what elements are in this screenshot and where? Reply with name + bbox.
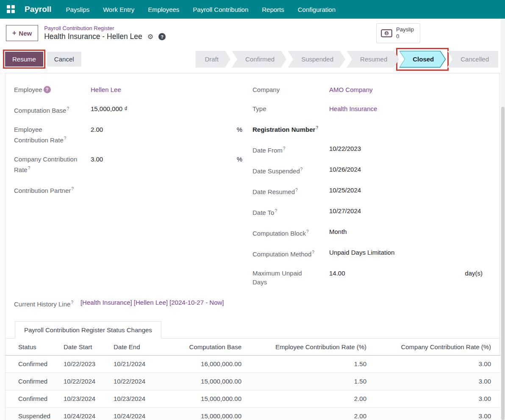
help-sup-company-contribution-rate: ?: [28, 166, 31, 170]
field-label-company-contribution-rate: Company Contribution Rate?: [14, 155, 91, 174]
status-step-closed[interactable]: Closed: [399, 51, 446, 68]
cell-status: Confirmed: [6, 390, 60, 407]
field-label-current-history-line: Current History Line?: [14, 298, 73, 309]
help-sup-employee-contribution-rate: ?: [64, 136, 67, 141]
status-step-label: Cancelled: [461, 56, 489, 63]
field-label-computation-method: Computation Method?: [252, 248, 329, 259]
scrollbar-thumb[interactable]: [501, 107, 505, 420]
status-changes-table: StatusDate StartDate EndComputation Base…: [6, 339, 500, 420]
field-value-date-to[interactable]: 10/27/2024: [329, 206, 483, 215]
breadcrumb[interactable]: Payroll Contribution Register: [44, 25, 166, 31]
cell-date-end: 10/22/2024: [110, 373, 178, 390]
field-value-date-suspended[interactable]: 10/26/2024: [329, 165, 483, 174]
payslip-stat-button[interactable]: 0 Payslip 0: [376, 23, 420, 43]
nav-menu-employees[interactable]: Employees: [148, 6, 179, 13]
field-date-resumed: Date Resumed?10/25/2024: [252, 186, 483, 196]
tab-status-changes[interactable]: Payroll Contribution Register Status Cha…: [15, 321, 161, 339]
table-row[interactable]: Confirmed10/22/202410/22/202415,000,000.…: [6, 373, 500, 390]
field-value-employee-contribution-rate[interactable]: 2.00: [91, 125, 233, 134]
field-value-type[interactable]: Health Insurance: [329, 104, 483, 113]
cell-employee-contribution-rate: 2.00: [245, 407, 370, 420]
status-step-label: Resumed: [360, 56, 387, 63]
field-company: CompanyAMO Company: [252, 85, 483, 94]
payslip-count: 0: [396, 33, 414, 40]
field-value-company-contribution-rate[interactable]: 3.00: [91, 155, 233, 164]
status-step-label: Confirmed: [245, 56, 275, 63]
field-value-maximum-unpaid-days[interactable]: 14.00: [329, 269, 461, 278]
help-sup-computation-block: ?: [306, 229, 309, 234]
cell-computation-base: 15,000,000.00: [178, 373, 245, 390]
status-pipeline: DraftConfirmedSuspendedResumedClosedCanc…: [195, 51, 498, 68]
help-badge-icon-employee[interactable]: ?: [44, 86, 51, 93]
field-label-computation-block: Computation Block?: [252, 227, 329, 238]
nav-menu-payslips[interactable]: Payslips: [66, 6, 89, 13]
resume-button[interactable]: Resume: [5, 52, 43, 67]
col-header-status[interactable]: Status: [6, 339, 60, 356]
cancel-button[interactable]: Cancel: [47, 52, 81, 67]
field-value-company[interactable]: AMO Company: [329, 85, 483, 94]
form-column-right: CompanyAMO CompanyTypeHealth InsuranceRe…: [252, 85, 491, 297]
field-current-history-line: Current History Line? [Health Insurance]…: [14, 298, 491, 309]
field-label-registration-number: Registration Number?: [252, 123, 329, 134]
col-header-employee-contribution-rate[interactable]: Employee Contribution Rate (%): [245, 339, 370, 356]
field-contribution-partner: Contribution Partner?: [14, 184, 242, 195]
status-step-draft[interactable]: Draft: [195, 51, 230, 68]
field-value-registration-number[interactable]: [329, 123, 483, 132]
gear-icon[interactable]: ⚙: [147, 33, 153, 40]
nav-menu-payroll-contribution[interactable]: Payroll Contribution: [193, 6, 248, 13]
col-header-company-contribution-rate[interactable]: Company Contribution Rate (%): [370, 339, 500, 356]
control-panel: + New Payroll Contribution Register Heal…: [0, 19, 505, 47]
cell-date-end: 10/24/2024: [110, 407, 178, 420]
nav-menu-reports[interactable]: Reports: [262, 6, 284, 13]
field-label-date-suspended: Date Suspended?: [252, 165, 329, 175]
field-value-computation-block[interactable]: Month: [329, 227, 483, 236]
field-employee-contribution-rate: Employee Contribution Rate?2.00%: [14, 125, 242, 145]
apps-grid-icon[interactable]: [7, 5, 15, 14]
col-header-date-end[interactable]: Date End: [110, 339, 178, 356]
table-row[interactable]: Confirmed10/23/202410/23/202415,000,000.…: [6, 390, 500, 407]
col-header-date-start[interactable]: Date Start: [60, 339, 110, 356]
new-button[interactable]: + New: [6, 25, 38, 41]
unit-employee-contribution-rate: %: [233, 125, 242, 134]
field-label-contribution-partner: Contribution Partner?: [14, 184, 91, 195]
svg-text:0: 0: [386, 31, 388, 35]
cell-status: Confirmed: [6, 373, 60, 390]
status-step-cancelled[interactable]: Cancelled: [447, 51, 498, 68]
field-label-computation-base: Computation Base?: [14, 104, 91, 115]
help-sup-contribution-partner: ?: [71, 186, 74, 191]
app-name[interactable]: Payroll: [25, 5, 51, 14]
page-title: Health Insurance - Hellen Lee: [44, 32, 142, 41]
field-label-date-resumed: Date Resumed?: [252, 186, 329, 196]
nav-menus: PayslipsWork EntryEmployeesPayroll Contr…: [66, 6, 336, 13]
table-row[interactable]: Suspended10/24/202410/24/202415,000,000.…: [6, 407, 500, 420]
cell-date-start: 10/22/2023: [60, 355, 110, 373]
cell-date-end: 10/21/2024: [110, 355, 178, 373]
payslip-label: Payslip: [396, 26, 414, 33]
help-sup-date-from: ?: [283, 146, 286, 151]
field-label-date-from: Date From?: [252, 144, 329, 155]
help-icon[interactable]: ?: [158, 33, 166, 40]
current-history-line-link[interactable]: [Health Insurance] [Hellen Lee] [2024-10…: [80, 298, 224, 307]
field-value-date-from[interactable]: 10/22/2023: [329, 144, 483, 153]
cell-computation-base: 15,000,000.00: [178, 390, 245, 407]
nav-menu-configuration[interactable]: Configuration: [298, 6, 336, 13]
vertical-scrollbar[interactable]: [501, 19, 505, 420]
status-step-suspended[interactable]: Suspended: [288, 51, 345, 68]
field-value-contribution-partner[interactable]: [91, 184, 242, 193]
action-bar: Resume Cancel DraftConfirmedSuspendedRes…: [0, 47, 505, 73]
field-value-computation-method[interactable]: Unpaid Days Limitation: [329, 248, 483, 257]
field-value-date-resumed[interactable]: 10/25/2024: [329, 186, 483, 195]
nav-menu-work-entry[interactable]: Work Entry: [103, 6, 134, 13]
status-step-confirmed[interactable]: Confirmed: [232, 51, 286, 68]
help-sup-computation-method: ?: [312, 250, 314, 255]
field-value-employee[interactable]: Hellen Lee: [91, 85, 242, 94]
field-computation-base: Computation Base?15,000,000 ₫: [14, 104, 242, 115]
field-label-date-to: Date To?: [252, 206, 329, 217]
field-value-computation-base[interactable]: 15,000,000 ₫: [91, 104, 242, 113]
table-row[interactable]: Confirmed10/22/202310/21/202416,000,000.…: [6, 355, 500, 373]
status-step-resumed[interactable]: Resumed: [347, 51, 399, 68]
help-sup-current-history-line: ?: [71, 300, 73, 305]
field-registration-number: Registration Number?: [252, 123, 483, 134]
col-header-computation-base[interactable]: Computation Base: [178, 339, 245, 356]
field-label-employee: Employee?: [14, 85, 91, 94]
